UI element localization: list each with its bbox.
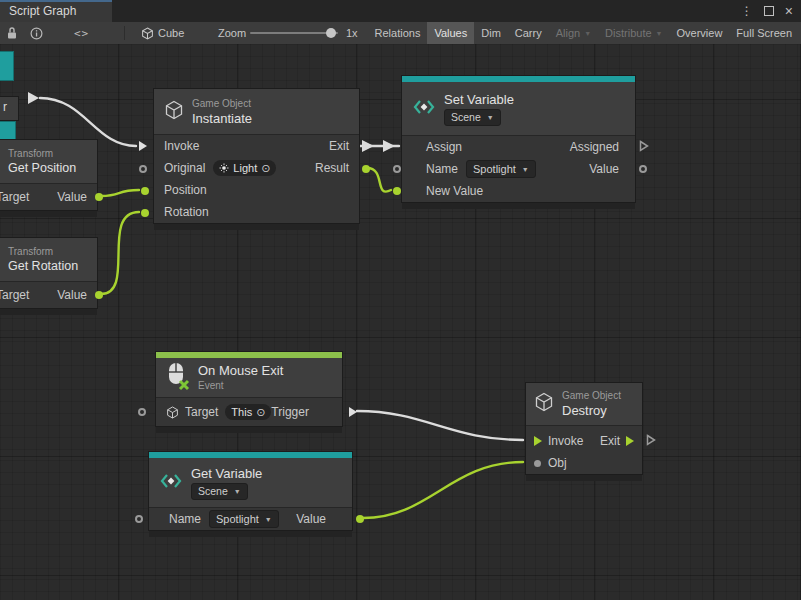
- node-on-mouse-exit[interactable]: On Mouse Exit Event Target This ⊙ Trigge…: [155, 351, 343, 427]
- game-object-icon: [164, 100, 184, 124]
- port-label-position: Position: [164, 183, 207, 197]
- port-label-exit: Exit: [600, 434, 620, 448]
- variable-scope-dropdown[interactable]: Scene▼: [444, 109, 501, 126]
- object-picker-icon[interactable]: ⊙: [256, 406, 265, 419]
- node-get-variable[interactable]: Get Variable Scene▼ Name Spotlight▼ Valu…: [148, 451, 353, 531]
- tab-bar: Script Graph ⋮ ×: [0, 0, 801, 22]
- chevron-down-icon: ▼: [265, 516, 272, 523]
- port-label-value: Value: [296, 512, 326, 526]
- lock-icon[interactable]: [6, 22, 18, 44]
- node-title: Get Position: [8, 161, 76, 176]
- port-label-value: Value: [589, 162, 619, 176]
- flow-input-port[interactable]: [534, 436, 542, 446]
- value-input-port[interactable]: [135, 515, 143, 523]
- value-input-port[interactable]: [138, 408, 146, 416]
- zoom-slider-handle[interactable]: [326, 28, 336, 38]
- port-label-target: Target: [0, 190, 29, 204]
- chevron-down-icon: ▼: [522, 166, 529, 173]
- node-get-position[interactable]: Transform Get Position Target Value: [0, 139, 98, 211]
- node-category: Transform: [8, 148, 76, 159]
- flow-output-port[interactable]: [646, 432, 656, 450]
- value-output-port[interactable]: [95, 291, 103, 299]
- port-label-value: Value: [57, 288, 87, 302]
- node-title: Get Rotation: [8, 259, 78, 274]
- zoom-label: Zoom: [218, 22, 246, 44]
- script-graph-window: Script Graph ⋮ × <> Cube Zoom 1x Relatio…: [0, 0, 801, 600]
- port-label-new-value: New Value: [426, 184, 483, 198]
- variable-icon: [412, 95, 436, 123]
- full-screen-button[interactable]: Full Screen: [729, 22, 799, 44]
- chevron-down-icon: ▼: [234, 488, 241, 495]
- node-instantiate[interactable]: Game Object Instantiate Invoke Exit Orig…: [153, 88, 360, 224]
- code-preview-icon[interactable]: <>: [74, 22, 89, 44]
- align-button[interactable]: Align▼: [549, 22, 598, 44]
- distribute-button[interactable]: Distribute▼: [598, 22, 669, 44]
- overview-button[interactable]: Overview: [670, 22, 730, 44]
- node-title: Get Variable: [191, 466, 262, 481]
- port-label-target: Target: [0, 288, 29, 302]
- value-output-port[interactable]: [639, 165, 647, 173]
- flow-output-port[interactable]: [626, 436, 634, 446]
- value-input-port[interactable]: [141, 209, 149, 217]
- port-label-name: Name: [169, 512, 201, 526]
- variable-name-dropdown[interactable]: Spotlight▼: [209, 510, 279, 528]
- port-label-invoke: Invoke: [548, 434, 583, 448]
- dim-button[interactable]: Dim: [474, 22, 508, 44]
- game-object-icon: [166, 406, 179, 419]
- object-picker-icon[interactable]: ⊙: [261, 162, 270, 175]
- node-set-variable[interactable]: Set Variable Scene▼ Assign Assigned Name…: [401, 75, 636, 203]
- port-label-result: Result: [315, 161, 349, 175]
- object-field-this[interactable]: This ⊙: [225, 404, 271, 420]
- chevron-down-icon: ▼: [584, 30, 591, 37]
- info-icon[interactable]: [30, 22, 43, 44]
- variable-name-dropdown[interactable]: Spotlight▼: [466, 160, 536, 178]
- value-input-port[interactable]: [139, 165, 147, 173]
- value-output-port[interactable]: [362, 165, 370, 173]
- port-label-rotation: Rotation: [164, 205, 209, 219]
- node-title: Instantiate: [192, 111, 252, 126]
- clipped-node-fragment[interactable]: [0, 51, 14, 81]
- value-input-port[interactable]: [534, 460, 541, 467]
- port-label-invoke: Invoke: [164, 139, 199, 153]
- value-input-port[interactable]: [393, 165, 401, 173]
- game-object-icon: [534, 392, 554, 416]
- node-destroy[interactable]: Game Object Destroy Invoke Exit Obj: [525, 382, 643, 475]
- flow-input-port[interactable]: [139, 141, 147, 151]
- chevron-down-icon: ▼: [487, 114, 494, 121]
- port-label-original: Original: [164, 161, 205, 175]
- object-field-value: Light: [233, 162, 257, 174]
- values-button[interactable]: Values: [427, 22, 474, 44]
- graph-toolbar: <> Cube Zoom 1x Relations Values Dim Car…: [0, 22, 801, 45]
- window-menu-icon[interactable]: ⋮: [741, 0, 753, 22]
- carry-button[interactable]: Carry: [508, 22, 549, 44]
- cube-icon: [141, 22, 154, 44]
- port-label-assign: Assign: [426, 140, 462, 154]
- tab-script-graph[interactable]: Script Graph: [0, 0, 112, 22]
- node-title: On Mouse Exit: [198, 363, 283, 378]
- flow-output-port[interactable]: [349, 407, 357, 417]
- chevron-down-icon: ▼: [656, 30, 663, 37]
- port-label-assigned: Assigned: [570, 140, 619, 154]
- maximize-icon[interactable]: [764, 6, 774, 16]
- zoom-value: 1x: [346, 22, 358, 44]
- fragment-label: r: [3, 100, 7, 114]
- value-input-port[interactable]: [393, 187, 401, 195]
- relations-button[interactable]: Relations: [368, 22, 428, 44]
- port-label-obj: Obj: [548, 456, 567, 470]
- port-label-target: Target: [185, 405, 218, 419]
- light-icon: [219, 163, 229, 173]
- close-icon[interactable]: ×: [785, 0, 793, 22]
- toolbar-separator: [124, 26, 125, 40]
- zoom-slider[interactable]: [250, 22, 338, 44]
- value-output-port[interactable]: [95, 193, 103, 201]
- node-category: Game Object: [192, 98, 252, 109]
- flow-output-port[interactable]: [639, 138, 649, 156]
- node-get-rotation[interactable]: Transform Get Rotation Target Value: [0, 237, 98, 309]
- value-input-port[interactable]: [141, 187, 149, 195]
- port-label-trigger: Trigger: [271, 405, 309, 419]
- value-output-port[interactable]: [356, 515, 364, 523]
- variable-scope-dropdown[interactable]: Scene▼: [191, 483, 248, 500]
- object-field-light[interactable]: Light ⊙: [213, 160, 276, 176]
- node-category: Game Object: [562, 390, 621, 401]
- clipped-node-fragment[interactable]: r: [0, 96, 19, 121]
